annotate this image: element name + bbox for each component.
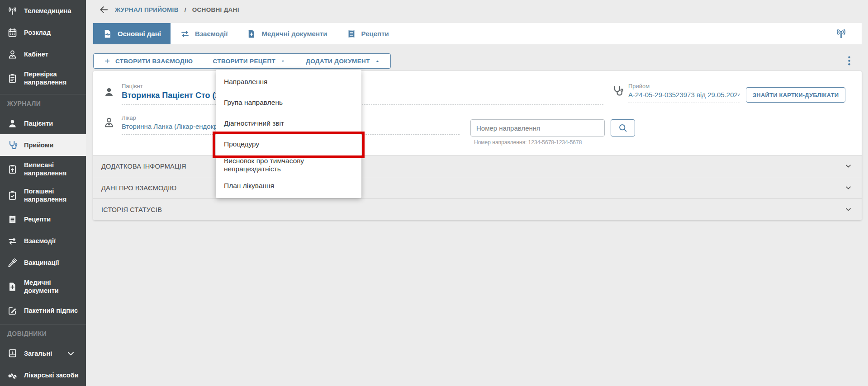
create-prescription-button[interactable]: СТВОРИТИ РЕЦЕПТ — [203, 54, 296, 68]
accordion-additional-info[interactable]: ДОДАТКОВА ІНФОРМАЦІЯ — [93, 155, 862, 177]
calendar-icon — [7, 28, 18, 38]
menu-item-procedure[interactable]: Процедуру — [216, 134, 361, 155]
menu-item-diagnostic-report[interactable]: Діагностичний звіт — [216, 113, 361, 134]
receipt-icon — [346, 29, 356, 39]
back-arrow-icon[interactable] — [99, 5, 109, 15]
tab-label: Медичні документи — [261, 30, 327, 38]
patient-field: Пацієнт Вторинка Пацієнт Сто (28 р — [122, 83, 603, 105]
patient-label: Пацієнт — [122, 83, 603, 89]
sidebar-item-label: Рецепти — [24, 215, 51, 223]
menu-item-treatment-plan[interactable]: План лікування — [216, 175, 361, 196]
receipt-icon — [7, 214, 18, 225]
button-label: СТВОРИТИ РЕЦЕПТ — [213, 58, 275, 65]
visit-label: Прийом — [628, 83, 740, 89]
pills-icon — [7, 370, 18, 381]
sidebar-section-directories: ДОВІДНИКИ Загальні Лікарські засоби Меди… — [0, 324, 86, 386]
sidebar-item-medical-documents[interactable]: Медичні документи — [0, 273, 86, 300]
tab-prescriptions[interactable]: Рецепти — [337, 23, 398, 44]
tab-medical-documents[interactable]: Медичні документи — [237, 23, 337, 44]
plus-icon — [104, 57, 111, 65]
patient-name-link[interactable]: Вторинка Пацієнт Сто (28 р — [122, 91, 603, 100]
document-plus-icon — [7, 282, 18, 292]
sidebar-item-label: Загальні — [24, 349, 52, 358]
sidebar-item-label: Перевірка направлення — [24, 70, 74, 86]
sidebar-item-vaccinations[interactable]: Вакцинації — [0, 252, 86, 273]
referral-hint: Номер направлення: 1234-5678-1234-5678 — [474, 139, 582, 146]
sidebar-item-patients[interactable]: Пацієнти — [0, 113, 86, 134]
signature-icon — [7, 306, 18, 316]
chevron-down-icon — [844, 162, 853, 170]
sidebar-item-interactions[interactable]: Взаємодії — [0, 230, 86, 252]
kebab-menu-icon[interactable] — [843, 55, 855, 67]
sidebar-item-label: Телемедицина — [24, 7, 71, 15]
chevron-down-icon — [844, 205, 853, 214]
book-icon — [7, 348, 18, 359]
breadcrumb-journal-link[interactable]: ЖУРНАЛ ПРИЙОМІВ — [115, 6, 179, 13]
toolbar: СТВОРИТИ ВЗАЄМОДІЮ СТВОРИТИ РЕЦЕПТ ДОДАТ… — [93, 53, 862, 69]
person-icon — [103, 86, 115, 98]
menu-item-referral-group[interactable]: Група направлень — [216, 92, 361, 113]
sidebar-item-label: Виписані направлення — [24, 161, 74, 177]
caret-up-icon — [375, 58, 380, 64]
accordion-status-history[interactable]: ІСТОРІЯ СТАТУСІВ — [93, 198, 862, 220]
sidebar-item-cabinet[interactable]: Кабінет — [0, 43, 86, 65]
sidebar: Телемедицина Розклад Кабінет Перевірка н… — [0, 0, 86, 386]
create-interaction-button[interactable]: СТВОРИТИ ВЗАЄМОДІЮ — [94, 54, 203, 68]
add-document-button[interactable]: ДОДАТИ ДОКУМЕНТ — [296, 54, 390, 68]
sidebar-item-redeemed-referrals[interactable]: Погашені направлення — [0, 182, 86, 208]
syringe-icon — [7, 258, 18, 268]
visit-field: Прийом A-24-05-29-03523973 від 29.05.202… — [628, 83, 740, 103]
visit-number-link[interactable]: A-24-05-29-03523973 від 29.05.2024 15:52 — [628, 91, 740, 99]
section-header: ДОВІДНИКИ — [0, 325, 86, 343]
clipboard-arrow-up-icon — [7, 164, 18, 174]
tab-label: Рецепти — [361, 30, 389, 38]
accordion-title: ДАНІ ПРО ВЗАЄМОДІЮ — [101, 184, 176, 192]
document-pulse-icon — [103, 29, 113, 39]
clipboard-icon — [7, 73, 18, 84]
sidebar-item-issued-referrals[interactable]: Виписані направлення — [0, 156, 86, 182]
button-label: ДОДАТИ ДОКУМЕНТ — [306, 58, 370, 65]
swap-arrows-icon — [180, 29, 190, 39]
tab-interactions[interactable]: Взаємодії — [171, 23, 237, 44]
sidebar-item-label: Погашені направлення — [24, 187, 74, 203]
chevron-down-icon — [844, 184, 853, 192]
sidebar-item-schedule[interactable]: Розклад — [0, 22, 86, 43]
menu-item-referral[interactable]: Направлення — [216, 71, 361, 92]
search-icon — [618, 123, 628, 133]
breadcrumb-separator: / — [185, 6, 186, 13]
menu-item-disability-conclusion[interactable]: Висновок про тимчасову непрацездатність — [216, 155, 361, 175]
chevron-down-icon — [66, 348, 76, 359]
telemedicine-antenna-icon[interactable] — [835, 28, 847, 40]
person-icon — [7, 118, 18, 129]
accordion-title: ДОДАТКОВА ІНФОРМАЦІЯ — [101, 163, 186, 170]
swap-arrows-icon — [7, 236, 18, 246]
sidebar-item-telemedicine[interactable]: Телемедицина — [0, 0, 86, 22]
toolbar-button-group: СТВОРИТИ ВЗАЄМОДІЮ СТВОРИТИ РЕЦЕПТ ДОДАТ… — [93, 53, 391, 69]
sidebar-item-appointments[interactable]: Прийоми — [0, 134, 86, 156]
accordion-title: ІСТОРІЯ СТАТУСІВ — [101, 206, 162, 213]
doctor-icon — [103, 117, 115, 128]
appointment-card: Пацієнт Вторинка Пацієнт Сто (28 р Прийо… — [93, 71, 862, 220]
sidebar-item-batch-signing[interactable]: Пакетний підпис — [0, 300, 86, 321]
accordion-list: ДОДАТКОВА ІНФОРМАЦІЯ ДАНІ ПРО ВЗАЄМОДІЮ … — [93, 155, 862, 220]
sidebar-item-general[interactable]: Загальні — [0, 343, 86, 364]
tab-main-data[interactable]: Основні дані — [93, 23, 171, 44]
tab-label: Основні дані — [118, 30, 161, 38]
search-referral-button[interactable] — [611, 119, 635, 137]
stethoscope-icon — [7, 140, 18, 151]
accordion-interaction-data[interactable]: ДАНІ ПРО ВЗАЄМОДІЮ — [93, 177, 862, 198]
section-header: ЖУРНАЛИ — [0, 94, 86, 113]
tab-bar: Основні дані Взаємодії Медичні документи… — [93, 23, 862, 44]
antenna-icon — [7, 6, 18, 16]
sidebar-item-referral-check[interactable]: Перевірка направлення — [0, 65, 86, 91]
sidebar-item-prescriptions[interactable]: Рецепти — [0, 208, 86, 230]
find-duplicates-button[interactable]: ЗНАЙТИ КАРТКИ-ДУБЛІКАТИ — [746, 87, 845, 103]
sidebar-item-label: Медичні документи — [24, 278, 74, 295]
sidebar-item-label: Розклад — [24, 28, 51, 37]
sidebar-item-label: Прийоми — [24, 141, 53, 149]
breadcrumb: ЖУРНАЛ ПРИЙОМІВ / ОСНОВНІ ДАНІ — [99, 4, 239, 15]
referral-number-input[interactable] — [470, 119, 605, 137]
sidebar-item-medicines[interactable]: Лікарські засоби — [0, 364, 86, 386]
document-plus-icon — [247, 29, 256, 39]
sidebar-item-label: Кабінет — [24, 50, 48, 58]
